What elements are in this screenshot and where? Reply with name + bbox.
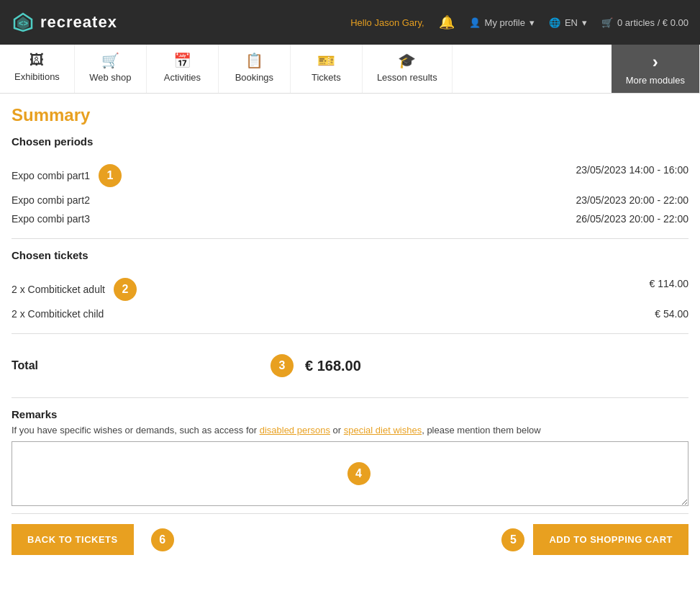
badge-1: 1 xyxy=(99,164,122,187)
tab-activities[interactable]: 📅 Activities xyxy=(147,45,219,93)
ticket-1-price: € 114.00 xyxy=(650,278,689,301)
tab-lesson-results[interactable]: 🎓 Lesson results xyxy=(363,45,453,93)
ticket-row-1-left: 2 x Combiticket adult 2 xyxy=(12,278,137,301)
tab-more-modules-label: More modules xyxy=(626,75,685,86)
period-2-name: Expo combi part2 xyxy=(12,194,90,206)
globe-icon: 🌐 xyxy=(549,17,560,28)
cart-count: 0 articles / € 0.00 xyxy=(617,17,688,28)
periods-header: Chosen periods xyxy=(12,135,688,155)
main-content: Summary Chosen periods Expo combi part1 … xyxy=(0,94,700,569)
tab-more-modules[interactable]: › More modules xyxy=(612,45,700,93)
remarks-input[interactable] xyxy=(12,441,688,506)
badge-2: 2 xyxy=(114,278,137,301)
period-row-1: Expo combi part1 1 23/05/2023 14:00 - 16… xyxy=(12,161,688,191)
total-label: Total xyxy=(12,359,69,372)
tab-bookings-label: Bookings xyxy=(235,72,273,83)
logo[interactable]: <> recreatex xyxy=(12,11,117,34)
tab-exhibitions[interactable]: 🖼 Exhibitions xyxy=(0,45,75,93)
period-row-3: Expo combi part3 26/05/2023 20:00 - 22:0… xyxy=(12,209,688,228)
logo-icon: <> xyxy=(12,11,35,34)
ticket-2-price: € 54.00 xyxy=(655,308,688,320)
cart-icon: 🛒 xyxy=(601,17,613,28)
greeting-text: Hello Jason Gary, xyxy=(350,17,424,28)
nav-tabs: 🖼 Exhibitions 🛒 Web shop 📅 Activities 📋 … xyxy=(0,45,700,94)
lesson-results-icon: 🎓 xyxy=(398,52,416,69)
tab-exhibitions-label: Exhibitions xyxy=(14,71,60,82)
chosen-periods-label: Chosen periods xyxy=(12,135,93,148)
language-label: EN xyxy=(565,17,578,28)
badge-3: 3 xyxy=(271,354,294,377)
exhibitions-icon: 🖼 xyxy=(29,52,44,68)
total-section: Total 3 € 168.00 xyxy=(12,344,688,387)
remarks-section: Remarks If you have specific wishes or d… xyxy=(12,408,688,506)
cart-info[interactable]: 🛒 0 articles / € 0.00 xyxy=(601,17,688,28)
tab-tickets[interactable]: 🎫 Tickets xyxy=(291,45,363,93)
ticket-2-name: 2 x Combiticket child xyxy=(12,308,104,320)
period-1-date: 23/05/2023 14:00 - 16:00 xyxy=(576,164,688,187)
disabled-link: disabled persons xyxy=(260,425,330,436)
tickets-header: Chosen tickets xyxy=(12,249,688,269)
back-to-tickets-button[interactable]: BACK TO TICKETS xyxy=(12,524,134,555)
period-1-name: Expo combi part1 xyxy=(12,170,90,181)
add-cart-btn-group: 5 ADD TO SHOPPING CART xyxy=(493,524,688,555)
divider-3 xyxy=(12,397,688,398)
ticket-row-2: 2 x Combiticket child € 54.00 xyxy=(12,304,688,323)
app-name: recreatex xyxy=(40,13,117,32)
bookings-icon: 📋 xyxy=(245,52,263,69)
divider-2 xyxy=(12,333,688,334)
period-3-date: 26/05/2023 20:00 - 22:00 xyxy=(576,213,688,225)
tab-activities-label: Activities xyxy=(164,72,201,83)
total-amount: € 168.00 xyxy=(305,358,361,374)
footer-buttons: BACK TO TICKETS 6 5 ADD TO SHOPPING CART xyxy=(12,513,688,558)
remarks-title: Remarks xyxy=(12,408,688,420)
language-chevron-icon: ▾ xyxy=(582,17,587,28)
period-2-date: 23/05/2023 20:00 - 22:00 xyxy=(576,194,688,206)
activities-icon: 📅 xyxy=(173,52,191,69)
tab-webshop[interactable]: 🛒 Web shop xyxy=(75,45,147,93)
tab-tickets-label: Tickets xyxy=(312,72,341,83)
top-header: <> recreatex Hello Jason Gary, 🔔 👤 My pr… xyxy=(0,0,700,45)
diet-link: special diet wishes xyxy=(344,425,422,436)
divider-1 xyxy=(12,238,688,239)
period-row-2: Expo combi part2 23/05/2023 20:00 - 22:0… xyxy=(12,191,688,209)
chosen-tickets-label: Chosen tickets xyxy=(12,249,88,261)
ticket-row-1: 2 x Combiticket adult 2 € 114.00 xyxy=(12,274,688,304)
more-modules-icon: › xyxy=(653,52,658,72)
remarks-textarea-wrapper: 4 xyxy=(12,441,688,506)
period-row-1-left: Expo combi part1 1 xyxy=(12,164,122,187)
profile-label: My profile xyxy=(485,17,525,28)
badge-5: 5 xyxy=(501,528,524,551)
profile-menu[interactable]: 👤 My profile ▾ xyxy=(469,17,535,28)
tickets-section: Chosen tickets 2 x Combiticket adult 2 €… xyxy=(12,249,688,323)
language-menu[interactable]: 🌐 EN ▾ xyxy=(549,17,587,28)
header-right: Hello Jason Gary, 🔔 👤 My profile ▾ 🌐 EN … xyxy=(350,14,688,30)
remarks-hint: If you have specific wishes or demands, … xyxy=(12,425,688,436)
period-3-name: Expo combi part3 xyxy=(12,213,90,225)
add-to-shopping-cart-button[interactable]: ADD TO SHOPPING CART xyxy=(533,524,688,555)
tab-webshop-label: Web shop xyxy=(89,72,131,83)
ticket-1-name: 2 x Combiticket adult xyxy=(12,284,105,295)
webshop-icon: 🛒 xyxy=(101,52,119,69)
page-title: Summary xyxy=(12,105,688,125)
back-btn-group: BACK TO TICKETS 6 xyxy=(12,524,174,555)
bell-icon[interactable]: 🔔 xyxy=(439,14,455,30)
tab-lesson-results-label: Lesson results xyxy=(377,72,437,83)
person-icon: 👤 xyxy=(469,17,481,28)
svg-text:<>: <> xyxy=(19,19,28,27)
profile-chevron-icon: ▾ xyxy=(529,17,535,28)
tickets-icon: 🎫 xyxy=(317,52,335,69)
tab-bookings[interactable]: 📋 Bookings xyxy=(219,45,291,93)
periods-section: Chosen periods Expo combi part1 1 23/05/… xyxy=(12,135,688,228)
badge-6: 6 xyxy=(151,528,174,551)
